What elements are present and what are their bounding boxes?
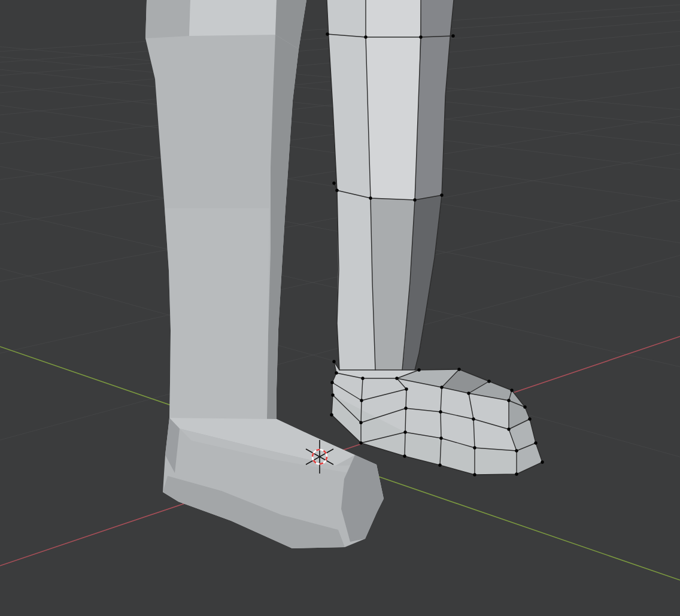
mesh-vertex[interactable] — [417, 368, 420, 371]
mesh-vertex[interactable] — [403, 454, 406, 457]
mesh-vertex[interactable] — [359, 421, 362, 424]
mesh-vertex[interactable] — [440, 386, 443, 389]
mesh-vertex[interactable] — [359, 441, 362, 444]
left-calf-facet — [165, 208, 269, 419]
mesh-vertex[interactable] — [507, 399, 510, 402]
mesh-vertex[interactable] — [369, 196, 372, 199]
mesh-vertex[interactable] — [515, 472, 518, 475]
mesh-vertex[interactable] — [404, 406, 407, 409]
mesh-vertex[interactable] — [528, 417, 531, 420]
mesh-vertex[interactable] — [361, 377, 364, 380]
mesh-vertex[interactable] — [332, 360, 335, 363]
mesh-vertex[interactable] — [439, 436, 442, 439]
mesh-vertex[interactable] — [330, 381, 333, 384]
3d-viewport[interactable] — [0, 0, 680, 616]
mesh-vertex[interactable] — [335, 189, 338, 192]
mesh-vertex[interactable] — [541, 460, 544, 463]
mesh-vertex[interactable] — [534, 441, 537, 444]
mesh-vertex[interactable] — [451, 34, 454, 37]
left-thigh-facet-topcenter — [189, 0, 277, 36]
mesh-vertex[interactable] — [467, 392, 470, 395]
mesh-vertex[interactable] — [438, 463, 441, 466]
viewport-canvas[interactable] — [0, 0, 680, 616]
mesh-vertex[interactable] — [457, 368, 460, 371]
mesh-vertex[interactable] — [326, 32, 329, 35]
mesh-vertex[interactable] — [515, 449, 518, 452]
mesh-vertex[interactable] — [419, 35, 422, 38]
mesh-vertex[interactable] — [510, 389, 513, 392]
mesh-vertex[interactable] — [507, 427, 510, 430]
mesh-vertex[interactable] — [473, 446, 476, 449]
mesh-vertex[interactable] — [472, 417, 475, 420]
mesh-vertex[interactable] — [360, 399, 363, 402]
mesh-vertex[interactable] — [487, 380, 490, 383]
mesh-vertex[interactable] — [403, 430, 406, 433]
mesh-vertex[interactable] — [395, 377, 398, 380]
mesh-vertex[interactable] — [331, 393, 334, 396]
mesh-vertex[interactable] — [523, 405, 526, 408]
mesh-vertex[interactable] — [330, 413, 333, 416]
mesh-vertex[interactable] — [473, 473, 476, 476]
mesh-vertex[interactable] — [439, 410, 442, 413]
mesh-vertex[interactable] — [364, 35, 367, 38]
mesh-vertex[interactable] — [405, 387, 408, 390]
left-thigh-facet-topleft — [145, 0, 190, 38]
mesh-vertex[interactable] — [332, 181, 335, 184]
right-thigh-facet-mid — [366, 0, 421, 200]
mesh-vertex[interactable] — [413, 198, 416, 201]
mesh-vertex[interactable] — [440, 193, 443, 196]
mesh-vertex[interactable] — [335, 371, 338, 374]
